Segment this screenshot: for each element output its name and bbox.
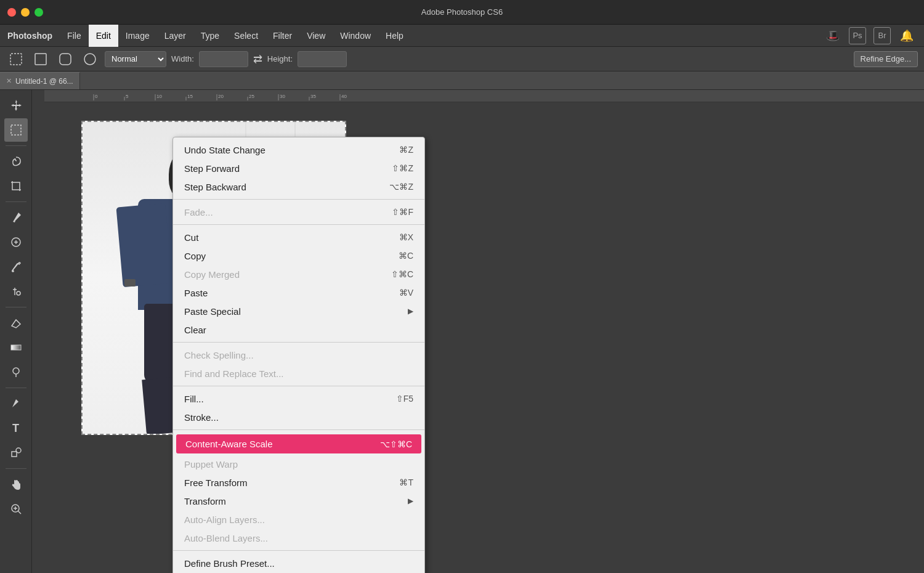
menu-section-fill: Fill... ⇧F5 Stroke... [173,386,424,430]
optionsbar: Normal Fixed Ratio Fixed Size Width: ⇄ H… [0,47,924,71]
swap-dimensions-icon[interactable]: ⇄ [253,52,262,66]
svg-text:15: 15 [187,94,193,99]
svg-point-8 [13,368,19,374]
menu-item-file[interactable]: File [60,25,89,47]
svg-text:0: 0 [95,94,98,99]
menu-item-auto-blend[interactable]: Auto-Blend Layers... [173,529,424,547]
maximize-button[interactable] [34,8,43,17]
tool-pen[interactable] [4,392,28,415]
menu-item-fade[interactable]: Fade... ⇧⌘F [173,203,424,221]
menu-item-type[interactable]: Type [193,25,227,47]
ellipse-marquee-icon [80,49,100,69]
tool-move[interactable] [4,94,28,117]
tab-label: Untitled-1 @ 66... [15,77,73,86]
svg-text:30: 30 [280,94,285,99]
menu-item-window[interactable]: Window [333,25,378,47]
tool-hand[interactable] [4,473,28,496]
tool-eraser[interactable] [4,311,28,335]
menu-item-puppet-warp[interactable]: Puppet Warp [173,455,424,473]
menubar: Photoshop File Edit Image Layer Type Sel… [0,25,924,47]
menu-item-layer[interactable]: Layer [157,25,193,47]
menu-item-select[interactable]: Select [227,25,265,47]
toolbar-divider-5 [6,468,26,469]
menu-item-help[interactable]: Help [378,25,411,47]
menu-item-transform[interactable]: Transform ▶ [173,492,424,510]
titlebar: Adobe Photoshop CS6 [0,0,924,25]
transform-arrow: ▶ [408,497,413,505]
tool-brush[interactable] [4,255,28,278]
tool-text[interactable]: T [4,417,28,440]
menu-section-define: Define Brush Preset... [173,551,424,573]
menu-item-photoshop[interactable]: Photoshop [0,25,60,47]
menu-item-define-brush[interactable]: Define Brush Preset... [173,554,424,572]
svg-line-12 [18,511,21,514]
tool-eyedropper[interactable] [4,206,28,229]
menu-item-filter[interactable]: Filter [265,25,299,47]
menu-section-fade: Fade... ⇧⌘F [173,200,424,225]
tool-clone[interactable] [4,280,28,303]
menu-item-step-backward[interactable]: Step Backward ⌥⌘Z [173,177,424,196]
mode-select[interactable]: Normal Fixed Ratio Fixed Size [105,51,166,67]
refine-edge-button[interactable]: Refine Edge... [854,51,918,67]
edit-dropdown-menu: Undo State Change ⌘Z Step Forward ⇧⌘Z St… [172,137,425,573]
menu-item-step-forward[interactable]: Step Forward ⇧⌘Z [173,159,424,177]
minimize-button[interactable] [21,8,30,17]
menu-item-fill[interactable]: Fill... ⇧F5 [173,389,424,408]
svg-text:20: 20 [218,94,224,99]
toolbar-divider-2 [6,201,26,202]
svg-rect-1 [35,54,46,65]
menu-item-copy-merged[interactable]: Copy Merged ⇧⌘C [173,265,424,283]
toolbar-divider-1 [6,145,26,146]
menu-item-cut[interactable]: Cut ⌘X [173,228,424,246]
menu-item-view[interactable]: View [299,25,333,47]
user-icon[interactable]: 🎩 [824,27,841,44]
svg-rect-4 [11,125,21,135]
svg-text:10: 10 [156,94,162,99]
svg-rect-9 [12,452,17,457]
svg-text:25: 25 [249,94,254,99]
close-button[interactable] [7,8,16,17]
menu-item-paste-special[interactable]: Paste Special ▶ [173,302,424,320]
menu-section-transform: Content-Aware Scale ⌥⇧⌘C Puppet Warp Fre… [173,430,424,551]
tool-dodge[interactable] [4,360,28,384]
menu-item-image[interactable]: Image [118,25,157,47]
tool-marquee[interactable] [4,118,28,142]
menu-item-clear[interactable]: Clear [173,320,424,339]
tool-healing[interactable] [4,230,28,254]
svg-rect-7 [11,345,21,350]
notification-icon[interactable]: 🔔 [898,27,915,44]
ps-icon[interactable]: Ps [849,27,866,44]
bridge-icon[interactable]: Br [873,27,891,44]
main-area: T [0,90,924,573]
menu-item-edit[interactable]: Edit [89,25,118,47]
menu-item-auto-align[interactable]: Auto-Align Layers... [173,510,424,529]
tool-zoom[interactable] [4,497,28,521]
menubar-right-icons: 🎩 Ps Br 🔔 [824,27,924,44]
width-input[interactable] [199,51,248,67]
menu-item-find-replace[interactable]: Find and Replace Text... [173,364,424,383]
menu-item-paste[interactable]: Paste ⌘V [173,283,424,302]
svg-rect-15 [44,90,924,100]
menu-section-clipboard: Cut ⌘X Copy ⌘C Copy Merged ⇧⌘C Paste ⌘V … [173,225,424,343]
width-label: Width: [171,54,194,63]
tool-gradient[interactable] [4,336,28,359]
document-tab[interactable]: ✕ Untitled-1 @ 66... [0,72,80,89]
tab-close-icon[interactable]: ✕ [6,77,12,85]
menu-item-content-aware-scale[interactable]: Content-Aware Scale ⌥⇧⌘C [176,434,421,453]
tool-crop[interactable] [4,174,28,198]
svg-text:35: 35 [310,94,316,99]
svg-point-6 [17,291,20,295]
menu-item-stroke[interactable]: Stroke... [173,408,424,426]
toolbar-divider-3 [6,307,26,307]
menu-item-check-spelling[interactable]: Check Spelling... [173,346,424,364]
svg-point-3 [84,54,95,65]
tool-shape[interactable] [4,441,28,465]
tool-lasso[interactable] [4,150,28,173]
menu-item-undo[interactable]: Undo State Change ⌘Z [173,140,424,159]
menu-item-copy[interactable]: Copy ⌘C [173,246,424,265]
menu-item-free-transform[interactable]: Free Transform ⌘T [173,473,424,492]
menu-section-undo: Undo State Change ⌘Z Step Forward ⇧⌘Z St… [173,137,424,200]
paste-special-arrow: ▶ [408,307,413,315]
height-input[interactable] [298,51,347,67]
svg-rect-0 [10,54,22,65]
